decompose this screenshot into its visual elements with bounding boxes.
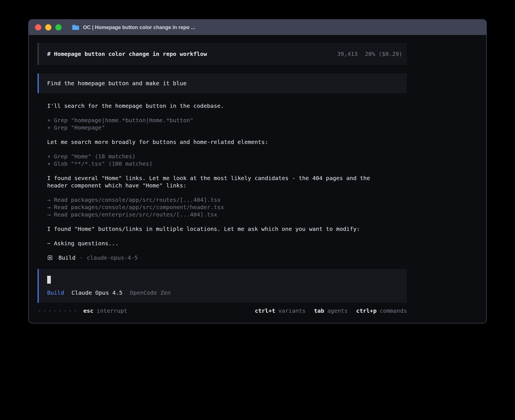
agent-model: claude-opus-4-5 (87, 254, 138, 261)
tool-call-read: → Read packages/console/app/src/componen… (47, 204, 407, 211)
terminal-window: OC | Homepage button color change in rep… (28, 19, 487, 323)
window-title: OC | Homepage button color change in rep… (83, 25, 195, 30)
shortcut-interrupt: esc interrupt (83, 307, 127, 314)
status-bar: ········ esc interrupt ctrl+t variants t… (38, 307, 407, 315)
minimize-button[interactable] (45, 24, 51, 30)
shortcut-agents: tab agents (314, 307, 348, 314)
close-button[interactable] (35, 24, 41, 30)
shortcut-label: interrupt (97, 307, 127, 314)
agent-name: Build (58, 254, 75, 261)
shortcut-label: agents (327, 307, 348, 314)
shortcut-label: variants (278, 307, 305, 314)
tool-call-grep: ∗ Grep "homepage|home.*button|Home.*butt… (47, 117, 407, 124)
tool-call-read: → Read packages/console/app/src/routes/[… (47, 196, 407, 204)
tool-call-read: → Read packages/enterprise/src/routes/[.… (47, 211, 407, 218)
assistant-status: ~ Asking questions... (47, 240, 407, 247)
shortcut-label: commands (380, 307, 407, 314)
input-status-row: Build Claude Opus 4.5 OpenCode Zen (47, 289, 407, 296)
context-usage: 20% ($0.29) (365, 51, 402, 57)
token-count: 39,413 (337, 51, 357, 57)
tool-call-grep: ∗ Grep "Home" (18 matches) (47, 153, 407, 160)
assistant-text: I found several "Home" links. Let me loo… (47, 174, 407, 182)
user-message: Find the homepage button and make it blu… (38, 73, 407, 93)
mode-badge[interactable]: Build (47, 289, 64, 296)
tool-call-grep: ∗ Grep "Homepage" (47, 124, 407, 131)
agent-icon (48, 255, 52, 260)
shortcut-commands: ctrl+p commands (356, 307, 407, 314)
titlebar[interactable]: OC | Homepage button color change in rep… (29, 20, 486, 35)
assistant-text: I'll search for the homepage button in t… (47, 102, 407, 110)
shortcut-key: esc (83, 307, 93, 314)
model-name[interactable]: Claude Opus 4.5 (71, 289, 123, 296)
assistant-text: Let me search more broadly for buttons a… (47, 138, 407, 146)
text-cursor (47, 276, 51, 284)
provider-name: OpenCode Zen (130, 289, 171, 296)
agent-row: Build · claude-opus-4-5 (47, 254, 407, 261)
folder-icon (72, 24, 80, 30)
user-message-text: Find the homepage button and make it blu… (47, 80, 187, 87)
shortcut-key: ctrl+p (356, 307, 376, 314)
shortcut-variants: ctrl+t variants (255, 307, 305, 314)
spinner-icon: ········ (38, 307, 79, 314)
session-header: # Homepage button color change in repo w… (38, 43, 407, 65)
session-title: # Homepage button color change in repo w… (47, 51, 207, 57)
agent-separator: · (79, 254, 83, 261)
session-stats: 39,413 20% ($0.29) (337, 51, 402, 57)
prompt-input[interactable]: Build Claude Opus 4.5 OpenCode Zen (38, 269, 407, 303)
tool-call-glob: ∗ Glob "**/*.tsx" (100 matches) (47, 160, 407, 167)
shortcut-key: ctrl+t (255, 307, 275, 314)
zoom-button[interactable] (55, 24, 62, 30)
shortcut-key: tab (314, 307, 324, 314)
assistant-text: header component which have "Home" links… (47, 182, 407, 189)
assistant-response: I'll search for the homepage button in t… (38, 102, 407, 261)
assistant-text: I found "Home" buttons/links in multiple… (47, 225, 407, 233)
terminal-content: # Homepage button color change in repo w… (29, 35, 486, 315)
